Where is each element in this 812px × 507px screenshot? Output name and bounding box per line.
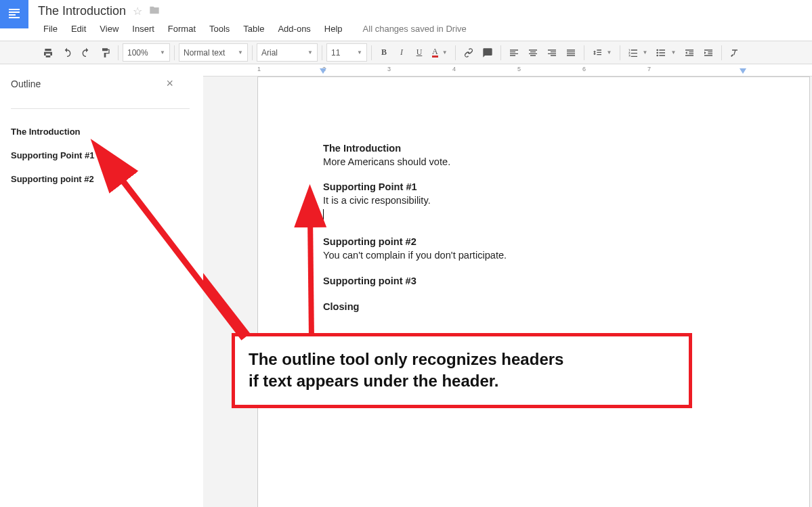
menu-table[interactable]: Table	[238, 21, 270, 37]
zoom-value: 100%	[127, 48, 148, 58]
ruler-tick: 3	[387, 66, 391, 72]
document-page[interactable]: The Introduction More Americans should v…	[257, 76, 810, 507]
font-select[interactable]: Arial▼	[257, 43, 318, 62]
underline-button[interactable]: U	[411, 43, 427, 62]
outline-item[interactable]: The Introduction	[11, 120, 190, 144]
menu-addons[interactable]: Add-ons	[272, 21, 316, 37]
align-center-button[interactable]	[524, 43, 542, 62]
decrease-indent-button[interactable]	[681, 43, 698, 62]
star-icon[interactable]: ☆	[133, 5, 142, 18]
doc-heading[interactable]: The Introduction	[323, 142, 744, 156]
italic-button[interactable]: I	[393, 43, 410, 62]
ruler-tick: 7	[647, 66, 651, 72]
toolbar: 100%▼ Normal text▼ Arial▼ 11▼ B I U A ▼ …	[0, 41, 812, 64]
svg-point-0	[657, 49, 659, 51]
align-justify-button[interactable]	[562, 43, 580, 62]
zoom-select[interactable]: 100%▼	[123, 43, 170, 62]
menu-insert[interactable]: Insert	[127, 21, 160, 37]
chevron-down-icon: ▼	[643, 49, 648, 56]
font-size-value: 11	[331, 48, 340, 58]
ruler-tick: 6	[582, 66, 586, 72]
text-color-button[interactable]: A ▼	[429, 43, 451, 62]
document-title[interactable]: The Introduction	[38, 4, 126, 18]
folder-icon[interactable]	[149, 5, 160, 18]
svg-point-1	[657, 51, 659, 53]
paint-format-button[interactable]	[96, 43, 114, 62]
close-icon[interactable]: ×	[166, 76, 190, 91]
insert-comment-button[interactable]	[479, 43, 496, 62]
paragraph-style-select[interactable]: Normal text▼	[179, 43, 248, 62]
align-left-button[interactable]	[505, 43, 523, 62]
menu-help[interactable]: Help	[319, 21, 348, 37]
clear-formatting-button[interactable]	[726, 43, 744, 62]
left-indent-marker[interactable]	[320, 68, 326, 74]
ruler-tick: 1	[257, 66, 261, 72]
workspace: Outline × The Introduction Supporting Po…	[0, 64, 812, 507]
doc-body[interactable]: It is a civic responsibility.	[323, 194, 744, 208]
doc-heading[interactable]: Supporting point #2	[323, 236, 744, 249]
outline-panel: Outline × The Introduction Supporting Po…	[0, 64, 203, 507]
bulleted-list-button[interactable]: ▼	[652, 43, 679, 62]
annotation-text: The outline tool only recognizes headers	[249, 349, 675, 370]
app-header: The Introduction ☆ File Edit View Insert…	[0, 0, 812, 41]
save-status: All changes saved in Drive	[358, 21, 472, 37]
canvas-area: 1 2 3 4 5 6 7 The Introduction More Amer…	[203, 64, 812, 507]
doc-body[interactable]: More Americans should vote.	[323, 156, 744, 169]
outline-item[interactable]: Supporting point #2	[11, 167, 190, 191]
undo-button[interactable]	[58, 43, 76, 62]
outline-title: Outline	[11, 79, 41, 89]
annotation-text: if text appears under the header.	[249, 370, 675, 392]
doc-body[interactable]: You can't complain if you don't particip…	[323, 249, 744, 263]
font-value: Arial	[261, 48, 278, 58]
chevron-down-icon: ▼	[238, 49, 243, 56]
annotation-callout: The outline tool only recognizes headers…	[232, 333, 692, 408]
font-size-select[interactable]: 11▼	[326, 43, 367, 62]
doc-heading[interactable]: Supporting Point #1	[323, 181, 744, 194]
text-cursor	[323, 209, 324, 220]
doc-heading[interactable]: Supporting point #3	[323, 275, 744, 288]
bold-button[interactable]: B	[376, 43, 392, 62]
increase-indent-button[interactable]	[700, 43, 717, 62]
menu-bar: File Edit View Insert Format Tools Table…	[38, 18, 472, 37]
menu-edit[interactable]: Edit	[66, 21, 91, 37]
right-indent-marker[interactable]	[740, 68, 746, 74]
chevron-down-icon: ▼	[670, 49, 676, 56]
align-right-button[interactable]	[543, 43, 561, 62]
line-spacing-button[interactable]: ▼	[589, 43, 616, 62]
ruler-tick: 4	[452, 66, 456, 72]
horizontal-ruler[interactable]: 1 2 3 4 5 6 7	[203, 64, 812, 76]
ruler-tick: 5	[517, 66, 521, 72]
menu-view[interactable]: View	[94, 21, 124, 37]
redo-button[interactable]	[77, 43, 95, 62]
print-button[interactable]	[39, 43, 57, 62]
numbered-list-button[interactable]: ▼	[624, 43, 651, 62]
svg-line-5	[203, 173, 251, 338]
chevron-down-icon: ▼	[307, 49, 313, 56]
menu-tools[interactable]: Tools	[204, 21, 235, 37]
svg-point-2	[657, 54, 659, 56]
outline-item[interactable]: Supporting Point #1	[11, 144, 190, 167]
docs-logo[interactable]	[0, 0, 28, 28]
insert-link-button[interactable]	[460, 43, 477, 62]
doc-heading[interactable]: Closing	[323, 301, 744, 314]
chevron-down-icon: ▼	[442, 49, 448, 56]
chevron-down-icon: ▼	[357, 49, 362, 56]
paragraph-style-value: Normal text	[184, 48, 225, 58]
chevron-down-icon: ▼	[160, 49, 165, 56]
chevron-down-icon: ▼	[607, 49, 612, 56]
menu-format[interactable]: Format	[163, 21, 201, 37]
menu-file[interactable]: File	[38, 21, 63, 37]
